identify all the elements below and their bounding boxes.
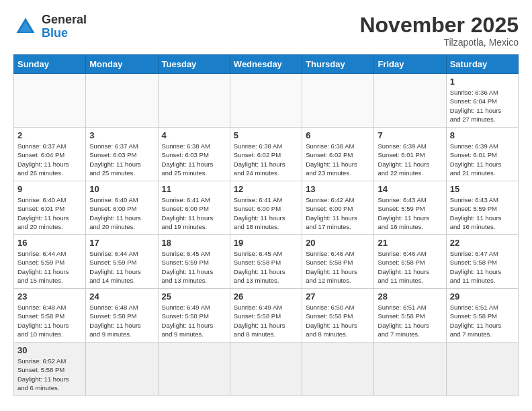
day-info: Sunrise: 6:38 AM Sunset: 6:02 PM Dayligh… xyxy=(306,142,370,177)
calendar-cell: 2Sunrise: 6:37 AM Sunset: 6:04 PM Daylig… xyxy=(14,128,86,181)
day-number: 21 xyxy=(378,238,442,248)
day-number: 13 xyxy=(306,184,370,194)
calendar-cell xyxy=(302,342,374,396)
day-info: Sunrise: 6:51 AM Sunset: 5:58 PM Dayligh… xyxy=(378,303,442,338)
calendar-cell xyxy=(158,342,230,396)
day-info: Sunrise: 6:49 AM Sunset: 5:58 PM Dayligh… xyxy=(234,303,298,338)
day-number: 3 xyxy=(89,130,154,140)
day-number: 16 xyxy=(17,238,82,248)
day-info: Sunrise: 6:37 AM Sunset: 6:04 PM Dayligh… xyxy=(17,142,82,177)
calendar-cell: 24Sunrise: 6:48 AM Sunset: 5:58 PM Dayli… xyxy=(86,289,158,342)
day-info: Sunrise: 6:45 AM Sunset: 5:58 PM Dayligh… xyxy=(234,249,298,285)
calendar-cell: 30Sunrise: 6:52 AM Sunset: 5:58 PM Dayli… xyxy=(14,342,86,396)
title-block: November 2025 Tilzapotla, Mexico xyxy=(359,13,519,48)
calendar-cell: 26Sunrise: 6:49 AM Sunset: 5:58 PM Dayli… xyxy=(230,289,302,342)
day-number: 24 xyxy=(89,291,154,302)
day-info: Sunrise: 6:46 AM Sunset: 5:58 PM Dayligh… xyxy=(378,249,442,285)
day-info: Sunrise: 6:51 AM Sunset: 5:58 PM Dayligh… xyxy=(450,303,515,338)
weekday-header-friday: Friday xyxy=(374,55,446,74)
day-info: Sunrise: 6:46 AM Sunset: 5:58 PM Dayligh… xyxy=(306,249,370,285)
day-info: Sunrise: 6:40 AM Sunset: 6:01 PM Dayligh… xyxy=(17,195,82,231)
calendar-week-row: 2Sunrise: 6:37 AM Sunset: 6:04 PM Daylig… xyxy=(14,128,519,181)
calendar-cell: 23Sunrise: 6:48 AM Sunset: 5:58 PM Dayli… xyxy=(14,289,86,342)
day-info: Sunrise: 6:47 AM Sunset: 5:58 PM Dayligh… xyxy=(450,249,515,285)
calendar-cell: 28Sunrise: 6:51 AM Sunset: 5:58 PM Dayli… xyxy=(374,289,446,342)
weekday-header-tuesday: Tuesday xyxy=(158,55,230,74)
calendar-cell: 3Sunrise: 6:37 AM Sunset: 6:03 PM Daylig… xyxy=(86,128,158,181)
day-info: Sunrise: 6:50 AM Sunset: 5:58 PM Dayligh… xyxy=(306,303,370,338)
calendar-cell xyxy=(230,342,302,396)
logo: GeneralBlue xyxy=(13,13,87,40)
day-number: 23 xyxy=(17,291,82,302)
weekday-header-sunday: Sunday xyxy=(14,55,86,74)
day-info: Sunrise: 6:43 AM Sunset: 5:59 PM Dayligh… xyxy=(450,195,515,231)
calendar-cell: 8Sunrise: 6:39 AM Sunset: 6:01 PM Daylig… xyxy=(446,128,518,181)
day-number: 19 xyxy=(234,238,298,248)
day-number: 15 xyxy=(450,184,515,194)
day-info: Sunrise: 6:36 AM Sunset: 6:04 PM Dayligh… xyxy=(450,88,515,124)
calendar-cell: 12Sunrise: 6:41 AM Sunset: 6:00 PM Dayli… xyxy=(230,181,302,235)
logo-icon xyxy=(13,15,38,39)
calendar-cell: 13Sunrise: 6:42 AM Sunset: 6:00 PM Dayli… xyxy=(302,181,374,235)
calendar-cell: 14Sunrise: 6:43 AM Sunset: 5:59 PM Dayli… xyxy=(374,181,446,235)
calendar-cell: 10Sunrise: 6:40 AM Sunset: 6:00 PM Dayli… xyxy=(86,181,158,235)
day-info: Sunrise: 6:38 AM Sunset: 6:02 PM Dayligh… xyxy=(234,142,298,177)
day-number: 18 xyxy=(162,238,226,248)
day-info: Sunrise: 6:45 AM Sunset: 5:59 PM Dayligh… xyxy=(162,249,226,285)
day-number: 27 xyxy=(306,291,370,302)
day-number: 17 xyxy=(89,238,154,248)
day-number: 2 xyxy=(17,130,82,140)
calendar-cell: 18Sunrise: 6:45 AM Sunset: 5:59 PM Dayli… xyxy=(158,235,230,289)
day-number: 28 xyxy=(378,291,442,302)
calendar-cell xyxy=(374,74,446,128)
day-number: 11 xyxy=(162,184,226,194)
day-number: 1 xyxy=(450,77,515,87)
day-info: Sunrise: 6:48 AM Sunset: 5:58 PM Dayligh… xyxy=(17,303,82,338)
calendar-cell xyxy=(86,342,158,396)
day-number: 8 xyxy=(450,130,515,140)
day-info: Sunrise: 6:39 AM Sunset: 6:01 PM Dayligh… xyxy=(450,142,515,177)
day-number: 30 xyxy=(17,345,82,355)
day-number: 14 xyxy=(378,184,442,194)
day-info: Sunrise: 6:39 AM Sunset: 6:01 PM Dayligh… xyxy=(378,142,442,177)
day-info: Sunrise: 6:37 AM Sunset: 6:03 PM Dayligh… xyxy=(89,142,154,177)
day-number: 4 xyxy=(162,130,226,140)
calendar-cell: 16Sunrise: 6:44 AM Sunset: 5:59 PM Dayli… xyxy=(14,235,86,289)
calendar-cell: 17Sunrise: 6:44 AM Sunset: 5:59 PM Dayli… xyxy=(86,235,158,289)
calendar-cell: 20Sunrise: 6:46 AM Sunset: 5:58 PM Dayli… xyxy=(302,235,374,289)
calendar-cell: 9Sunrise: 6:40 AM Sunset: 6:01 PM Daylig… xyxy=(14,181,86,235)
calendar-table: SundayMondayTuesdayWednesdayThursdayFrid… xyxy=(13,54,519,396)
calendar-cell: 27Sunrise: 6:50 AM Sunset: 5:58 PM Dayli… xyxy=(302,289,374,342)
calendar-cell xyxy=(302,74,374,128)
calendar-cell: 15Sunrise: 6:43 AM Sunset: 5:59 PM Dayli… xyxy=(446,181,518,235)
weekday-header-thursday: Thursday xyxy=(302,55,374,74)
page-header: GeneralBlue November 2025 Tilzapotla, Me… xyxy=(13,13,519,48)
day-info: Sunrise: 6:41 AM Sunset: 6:00 PM Dayligh… xyxy=(234,195,298,231)
calendar-week-row: 1Sunrise: 6:36 AM Sunset: 6:04 PM Daylig… xyxy=(14,74,519,128)
calendar-cell xyxy=(14,74,86,128)
day-number: 22 xyxy=(450,238,515,248)
day-number: 6 xyxy=(306,130,370,140)
calendar-cell xyxy=(374,342,446,396)
calendar-cell: 22Sunrise: 6:47 AM Sunset: 5:58 PM Dayli… xyxy=(446,235,518,289)
weekday-header-saturday: Saturday xyxy=(446,55,518,74)
day-info: Sunrise: 6:52 AM Sunset: 5:58 PM Dayligh… xyxy=(17,357,82,392)
weekday-header-row: SundayMondayTuesdayWednesdayThursdayFrid… xyxy=(14,55,519,74)
day-number: 9 xyxy=(17,184,82,194)
day-number: 26 xyxy=(234,291,298,302)
day-info: Sunrise: 6:40 AM Sunset: 6:00 PM Dayligh… xyxy=(89,195,154,231)
calendar-week-row: 16Sunrise: 6:44 AM Sunset: 5:59 PM Dayli… xyxy=(14,235,519,289)
calendar-cell: 7Sunrise: 6:39 AM Sunset: 6:01 PM Daylig… xyxy=(374,128,446,181)
calendar-cell: 21Sunrise: 6:46 AM Sunset: 5:58 PM Dayli… xyxy=(374,235,446,289)
calendar-week-row: 9Sunrise: 6:40 AM Sunset: 6:01 PM Daylig… xyxy=(14,181,519,235)
day-info: Sunrise: 6:44 AM Sunset: 5:59 PM Dayligh… xyxy=(17,249,82,285)
day-number: 25 xyxy=(162,291,226,302)
calendar-cell: 1Sunrise: 6:36 AM Sunset: 6:04 PM Daylig… xyxy=(446,74,518,128)
logo-text: GeneralBlue xyxy=(42,13,87,40)
calendar-cell: 29Sunrise: 6:51 AM Sunset: 5:58 PM Dayli… xyxy=(446,289,518,342)
day-number: 7 xyxy=(378,130,442,140)
calendar-week-row: 23Sunrise: 6:48 AM Sunset: 5:58 PM Dayli… xyxy=(14,289,519,342)
day-info: Sunrise: 6:43 AM Sunset: 5:59 PM Dayligh… xyxy=(378,195,442,231)
calendar-week-row: 30Sunrise: 6:52 AM Sunset: 5:58 PM Dayli… xyxy=(14,342,519,396)
calendar-cell: 4Sunrise: 6:38 AM Sunset: 6:03 PM Daylig… xyxy=(158,128,230,181)
